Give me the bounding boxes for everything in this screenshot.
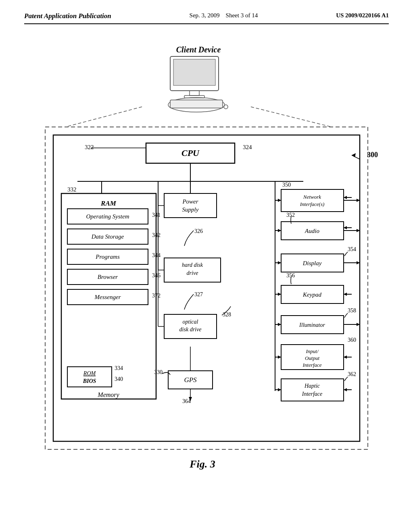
page-header: Patent Application Publication Sep. 3, 2… <box>24 12 389 24</box>
io-interface-label-line2: Output <box>305 355 320 361</box>
sheet-info: Sheet 3 of 14 <box>226 12 258 19</box>
svg-marker-55 <box>278 261 281 264</box>
programs-label: Programs <box>95 254 120 260</box>
ref-358: 358 <box>348 308 356 314</box>
power-supply-label-line1: Power <box>182 198 198 205</box>
svg-marker-48 <box>344 226 347 229</box>
optical-disk-label-line2: disk drive <box>179 326 202 332</box>
ref-326: 326 <box>194 228 203 234</box>
ref-341: 341 <box>152 212 161 218</box>
haptic-label-line2: Interface <box>302 391 323 397</box>
svg-line-8 <box>251 107 332 127</box>
svg-marker-73 <box>344 388 347 391</box>
svg-marker-50 <box>278 229 281 232</box>
ref-344: 344 <box>152 252 161 258</box>
svg-marker-58 <box>344 293 347 296</box>
hard-disk-label-line2: drive <box>187 270 198 276</box>
ref-354: 354 <box>348 246 356 252</box>
io-interface-label-line3: Interface <box>302 362 322 368</box>
ref-327: 327 <box>194 291 203 297</box>
keypad-label: Keypad <box>302 291 321 298</box>
ref-328: 328 <box>223 312 231 318</box>
svg-marker-75 <box>278 388 281 391</box>
ref-334: 334 <box>115 365 123 371</box>
memory-label: Memory <box>97 391 119 399</box>
browser-label: Browser <box>98 274 118 280</box>
publication-date: Sep. 3, 2009 <box>190 12 220 19</box>
rom-label: ROM <box>83 370 96 376</box>
svg-rect-5 <box>170 100 223 108</box>
haptic-label-line1: Haptic <box>304 383 320 389</box>
svg-marker-41 <box>344 196 347 199</box>
publication-number: US 2009/0220166 A1 <box>336 12 389 19</box>
ref-350: 350 <box>282 182 291 188</box>
svg-point-6 <box>224 105 228 109</box>
ref-300: 300 <box>367 151 378 159</box>
patent-diagram: Client Device 300 CPU 322 32 <box>25 40 388 484</box>
publication-title: Patent Application Publication <box>24 12 111 20</box>
illuminator-label: Illuminator <box>299 322 325 328</box>
ref-352: 352 <box>286 212 295 218</box>
svg-rect-71 <box>281 379 344 401</box>
svg-rect-2 <box>190 91 199 96</box>
cpu-label: CPU <box>181 148 200 158</box>
io-interface-label-line1: Input/ <box>305 348 319 354</box>
figure-caption: Fig. 3 <box>189 458 215 470</box>
ref-356: 356 <box>286 272 295 278</box>
gps-label: GPS <box>184 376 197 384</box>
ref-342: 342 <box>152 232 161 238</box>
ref-330: 330 <box>154 369 163 375</box>
display-label: Display <box>302 260 322 266</box>
ref-324: 324 <box>243 144 252 150</box>
os-label: Operating System <box>86 213 129 220</box>
client-device-label: Client Device <box>176 45 221 54</box>
bios-label: BIOS <box>83 378 96 384</box>
ram-label: RAM <box>100 200 117 207</box>
svg-line-7 <box>65 107 142 127</box>
hard-disk-label-line1: hard disk <box>182 262 203 268</box>
network-interface-label-line1: Network <box>303 194 321 200</box>
audio-label: Audio <box>305 228 319 234</box>
ref-322: 322 <box>85 144 94 150</box>
page: Patent Application Publication Sep. 3, 2… <box>0 0 413 532</box>
power-supply-label-line2: Supply <box>182 206 199 213</box>
ref-364: 364 <box>182 398 191 404</box>
svg-marker-70 <box>278 355 281 359</box>
publication-date-sheet: Sep. 3, 2009 Sheet 3 of 14 <box>190 12 258 19</box>
svg-rect-1 <box>173 59 215 85</box>
svg-rect-29 <box>164 193 217 218</box>
svg-marker-68 <box>344 355 347 359</box>
svg-marker-43 <box>278 199 281 202</box>
ref-362: 362 <box>348 371 356 377</box>
optical-disk-label-line1: optical <box>183 319 198 325</box>
svg-rect-37 <box>281 189 344 212</box>
ref-346: 346 <box>152 272 161 278</box>
svg-marker-65 <box>278 323 281 326</box>
ref-360: 360 <box>348 337 356 343</box>
network-interface-label-line2: Interface(s) <box>300 201 325 207</box>
messenger-label: Messenger <box>94 294 121 300</box>
ref-332: 332 <box>67 186 77 193</box>
ref-340: 340 <box>115 376 123 382</box>
ref-372: 372 <box>152 293 161 299</box>
svg-marker-60 <box>278 293 281 296</box>
data-storage-label: Data Storage <box>91 233 124 240</box>
